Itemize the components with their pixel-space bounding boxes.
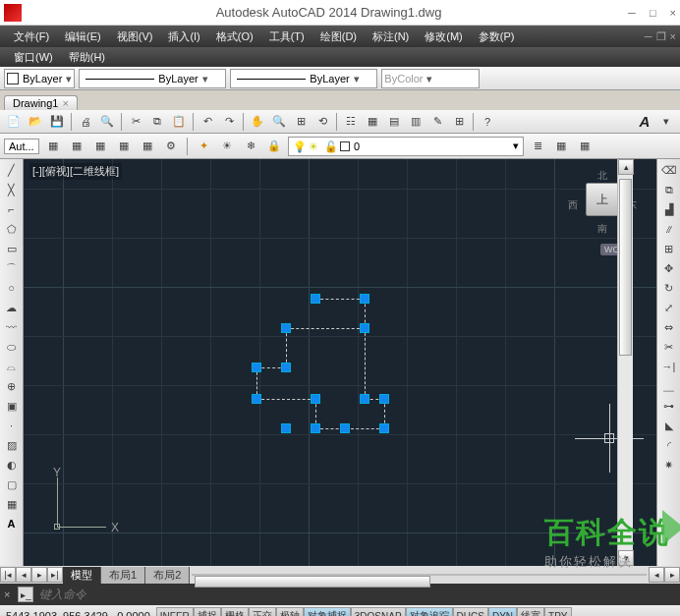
zoom-button[interactable]: 🔍 [269, 112, 289, 132]
horizontal-scrollbar[interactable] [192, 574, 647, 576]
menu-draw[interactable]: 绘图(D) [312, 29, 365, 44]
status-infer[interactable]: INFER [156, 607, 194, 616]
zoom-prev-button[interactable]: ⟲ [312, 112, 332, 132]
fillet-button[interactable]: ◜ [659, 436, 679, 454]
xline-button[interactable]: ╳ [2, 181, 22, 198]
extend-button[interactable]: →| [659, 358, 679, 375]
gradient-button[interactable]: ◐ [2, 456, 22, 474]
viewport-label[interactable]: [-][俯视][二维线框] [29, 163, 122, 180]
ellipse-arc-button[interactable]: ⌓ [2, 358, 22, 375]
circle-button[interactable]: ○ [2, 279, 22, 297]
pan-button[interactable]: ✋ [248, 112, 267, 132]
break-button[interactable]: ⸏ [659, 377, 679, 395]
ellipse-button[interactable]: ⬭ [2, 338, 22, 356]
menu-insert[interactable]: 插入(I) [160, 29, 207, 44]
offset-button[interactable]: ⫽ [659, 220, 679, 238]
status-otrack[interactable]: 对象追踪 [406, 607, 453, 616]
layer-freeze-button[interactable]: 🔒 [264, 137, 284, 156]
chamfer-button[interactable]: ◣ [659, 417, 679, 434]
block-button[interactable]: ▣ [2, 397, 22, 415]
grip[interactable] [311, 423, 320, 433]
grip[interactable] [360, 394, 369, 404]
command-icon[interactable]: ▸_ [18, 587, 33, 602]
color-combo[interactable]: ByLayer ▾ [4, 69, 75, 88]
maximize-button[interactable]: □ [650, 7, 656, 19]
erase-button[interactable]: ⌫ [659, 161, 679, 179]
mirror-button[interactable]: ▟ [659, 200, 679, 218]
point-button[interactable]: · [2, 417, 22, 434]
scroll-right-button[interactable]: ▸ [664, 567, 680, 583]
grip[interactable] [252, 363, 261, 372]
trim-button[interactable]: ✂ [659, 338, 679, 356]
grip[interactable] [360, 323, 369, 333]
table-button[interactable]: ▦ [2, 495, 22, 513]
copy-button[interactable]: ⧉ [147, 112, 167, 132]
menu-edit[interactable]: 编辑(E) [57, 29, 109, 44]
status-osnap[interactable]: 对象捕捉 [304, 607, 351, 616]
menu-param[interactable]: 参数(P) [471, 29, 523, 44]
open-button[interactable]: 📂 [26, 112, 45, 132]
stretch-button[interactable]: ⇔ [659, 318, 679, 336]
close-icon[interactable]: × [4, 588, 10, 600]
layer-match-button[interactable]: ≣ [528, 137, 547, 156]
grip[interactable] [360, 294, 369, 304]
explode-button[interactable]: ✷ [659, 456, 679, 474]
save-button[interactable]: 💾 [47, 112, 67, 132]
doc-restore-button[interactable]: ❐ [656, 30, 666, 43]
close-icon[interactable]: × [62, 97, 68, 109]
scroll-thumb[interactable] [619, 179, 632, 356]
tab-prev-button[interactable]: ◂ [16, 567, 31, 583]
linetype-combo[interactable]: ByLayer ▾ [79, 69, 226, 88]
menu-help[interactable]: 帮助(H) [61, 50, 113, 65]
ws-btn-1[interactable]: ▦ [43, 137, 63, 156]
rect-button[interactable]: ▭ [2, 240, 22, 257]
line-button[interactable]: ╱ [2, 161, 22, 179]
scale-button[interactable]: ⤢ [659, 299, 679, 316]
scroll-up-button[interactable]: ▴ [618, 159, 634, 175]
scroll-thumb[interactable] [195, 576, 430, 588]
arc-button[interactable]: ⌒ [2, 259, 22, 277]
workspace-combo[interactable]: Aut... [4, 139, 39, 154]
layer-props-button[interactable]: ✦ [194, 137, 213, 156]
ws-btn-3[interactable]: ▦ [90, 137, 110, 156]
file-tab[interactable]: Drawing1 × [4, 95, 78, 110]
menu-modify[interactable]: 修改(M) [417, 29, 471, 44]
layer-states-button[interactable]: ☀ [217, 137, 237, 156]
grip[interactable] [311, 394, 320, 404]
status-polar[interactable]: 极轴 [276, 607, 304, 616]
chevron-down-icon[interactable]: ▾ [656, 112, 676, 132]
join-button[interactable]: ⊶ [659, 397, 679, 415]
new-button[interactable]: 📄 [4, 112, 24, 132]
grip[interactable] [379, 394, 389, 404]
grip[interactable] [311, 294, 320, 304]
scroll-left-button[interactable]: ◂ [649, 567, 664, 583]
layer-iso-button[interactable]: ❄ [241, 137, 260, 156]
status-lwt[interactable]: 线宽 [517, 607, 544, 616]
props-button[interactable]: ☷ [341, 112, 361, 132]
move-button[interactable]: ✥ [659, 259, 679, 277]
pline-button[interactable]: ⌐ [2, 200, 22, 218]
status-tpy[interactable]: TPY [544, 607, 571, 616]
tab-next-button[interactable]: ▸ [31, 567, 47, 583]
undo-button[interactable]: ↶ [198, 112, 217, 132]
tab-layout2[interactable]: 布局2 [145, 567, 190, 584]
ws-btn-4[interactable]: ▦ [114, 137, 134, 156]
tab-model[interactable]: 模型 [63, 567, 101, 584]
doc-minimize-button[interactable]: ─ [645, 30, 652, 43]
markup-button[interactable]: ✎ [427, 112, 447, 132]
revcloud-button[interactable]: ☁ [2, 299, 22, 316]
menu-view[interactable]: 视图(V) [109, 29, 161, 44]
ws-btn-5[interactable]: ▦ [138, 137, 157, 156]
tab-layout1[interactable]: 布局1 [101, 567, 145, 584]
status-dyn[interactable]: DYN [488, 607, 517, 616]
scroll-down-button[interactable]: ▾ [618, 550, 634, 566]
print-button[interactable]: 🖨 [76, 112, 95, 132]
vertical-scrollbar[interactable]: ▴ ▾ [617, 159, 633, 566]
status-ducs[interactable]: DUCS [453, 607, 488, 616]
drawing-canvas[interactable]: [-][俯视][二维线框] 北 南 东 西 上 WCS [24, 159, 656, 566]
dc-button[interactable]: ▦ [363, 112, 382, 132]
menu-tools[interactable]: 工具(T) [261, 29, 312, 44]
menu-window[interactable]: 窗口(W) [6, 50, 61, 65]
redo-button[interactable]: ↷ [219, 112, 239, 132]
status-snap[interactable]: 捕捉 [194, 607, 221, 616]
